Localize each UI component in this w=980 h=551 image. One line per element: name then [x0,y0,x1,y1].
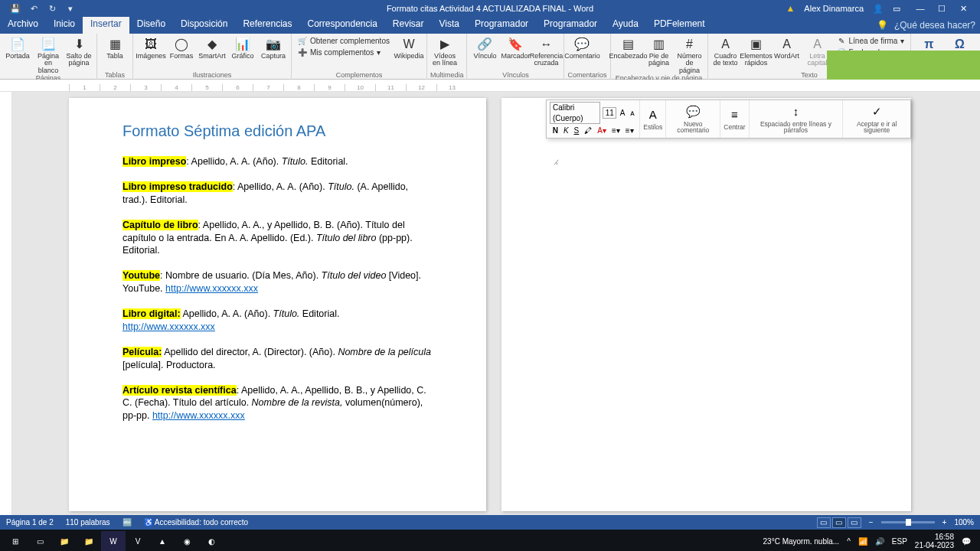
elementos-rapidos-button[interactable]: ▣Elementos rápidos [742,35,771,67]
spellcheck-icon[interactable]: 🔤 [122,518,132,527]
portada-button[interactable]: 📄Portada [3,35,32,60]
tab-correspondencia[interactable]: Correspondencia [299,17,384,34]
undo-button[interactable]: ↶ [24,0,43,17]
zoom-out-button[interactable]: − [869,518,874,527]
zoom-slider[interactable] [881,521,935,523]
captura-button[interactable]: 📷Captura [259,35,288,60]
videos-button[interactable]: ▶Vídeos en línea [430,35,459,67]
marcador-button[interactable]: 🔖Marcador [501,35,530,60]
citation-link[interactable]: http://www.xxxxxx.xxx [122,321,215,332]
taskbar-chrome[interactable]: ◉ [175,531,199,551]
bold-button[interactable]: N [551,126,560,136]
tab-referencias[interactable]: Referencias [235,17,299,34]
pie-pagina-button[interactable]: ▥Pie de página [645,35,674,67]
tab-diseno[interactable]: Diseño [129,17,173,34]
tell-me-input[interactable]: ¿Qué desea hacer? [894,20,975,31]
language-indicator[interactable]: ESP [892,537,907,546]
tab-inicio[interactable]: Inicio [46,17,83,34]
formas-button[interactable]: ◯Formas [167,35,196,60]
clock[interactable]: 16:5821-04-2023 [915,533,954,549]
qat-dropdown[interactable]: ▾ [61,0,80,17]
taskbar-app-1[interactable]: 📁 [52,531,77,551]
citation-link[interactable]: http://www.xxxxxx.xxx [165,283,258,294]
weather-widget[interactable]: 23°C Mayorm. nubla... [763,537,840,546]
tab-revisar[interactable]: Revisar [385,17,432,34]
save-button[interactable]: 💾 [6,0,24,17]
ribbon-options-icon[interactable]: ▭ [893,4,900,14]
mini-toolbar: Calibri (Cuerpo) 11 A ᴀ N K S 🖍 A▾ ≡▾ ≡▾… [546,99,911,139]
salto-pagina-button[interactable]: ⬇Salto de página [64,35,93,67]
simbolo-button[interactable]: Ω [945,35,974,52]
tab-vista[interactable]: Vista [432,17,467,34]
grafico-button[interactable]: 📊Gráfico [228,35,257,60]
tray-chevron-icon[interactable]: ^ [847,537,851,546]
font-size[interactable]: 11 [603,107,616,119]
citation-link[interactable]: http://www.xxxxxx.xxx [152,410,245,421]
wikipedia-button[interactable]: WWikipedia [394,35,423,60]
highlight-button[interactable]: 🖍 [583,126,593,136]
referencia-cruzada-button[interactable]: ↔Referencia cruzada [531,35,560,67]
taskbar-vlc[interactable]: ▲ [150,531,175,551]
print-layout-button[interactable]: ▭ [832,517,846,528]
numbering-button[interactable]: ≡▾ [624,126,635,136]
pagina-blanco-button[interactable]: 📃Página en blanco [34,35,63,74]
smartart-button[interactable]: ◆SmartArt [198,35,227,60]
comentario-button[interactable]: 💬Comentario [567,35,596,60]
italic-button[interactable]: K [562,126,570,136]
taskbar-app-4[interactable]: ◐ [199,531,224,551]
tabla-button[interactable]: ▦Tabla [100,35,129,60]
wordart-button[interactable]: AWordArt [773,35,802,60]
espaciado-button[interactable]: ↕Espaciado entre líneas y párrafos [750,100,844,138]
taskbar-app-2[interactable]: 📁 [77,531,101,551]
word-count[interactable]: 110 palabras [66,518,110,527]
redo-button[interactable]: ↻ [43,0,61,17]
mis-complementos-button[interactable]: ➕Mis complementos▾ [295,47,393,57]
minimize-button[interactable]: — [910,0,931,17]
cuadro-texto-button[interactable]: ACuadro de texto [711,35,740,67]
start-button[interactable]: ⊞ [3,531,28,551]
page-1[interactable]: Formato Séptima edición APA Libro impres… [69,98,486,511]
wordart-icon: A [779,37,795,52]
maximize-button[interactable]: ☐ [931,0,952,17]
avatar-icon[interactable]: 👤 [873,4,884,14]
tab-programador2[interactable]: Programador [536,17,605,34]
page-indicator[interactable]: Página 1 de 2 [6,518,54,527]
zoom-in-button[interactable]: + [942,518,947,527]
bullets-button[interactable]: ≡▾ [610,126,622,136]
close-button[interactable]: ✕ [952,0,974,17]
centrar-button[interactable]: ≡Centrar [720,100,749,138]
volume-icon[interactable]: 🔊 [875,537,884,546]
read-mode-button[interactable]: ▭ [817,517,831,528]
page-2[interactable]: Calibri (Cuerpo) 11 A ᴀ N K S 🖍 A▾ ≡▾ ≡▾… [501,98,911,511]
nuevo-comentario-button[interactable]: 💬Nuevo comentario [666,100,720,138]
aceptar-button[interactable]: ✓Aceptar e ir al siguiente [843,100,910,138]
taskbar-app-3[interactable]: V [126,531,150,551]
tab-archivo[interactable]: Archivo [0,17,46,34]
underline-button[interactable]: S [573,126,581,136]
horizontal-ruler[interactable]: 12345678910111213 [0,80,980,92]
notifications-icon[interactable]: 💬 [962,537,971,546]
a11y-status[interactable]: ♿ Accesibilidad: todo correcto [144,518,249,527]
shrink-font-button[interactable]: ᴀ [629,108,636,119]
task-view-button[interactable]: ▭ [28,531,52,551]
vinculo-button[interactable]: 🔗Vínculo [470,35,499,60]
tab-programador[interactable]: Programador [467,17,536,34]
vertical-ruler[interactable] [0,92,12,515]
grow-font-button[interactable]: A [619,108,627,119]
font-select[interactable]: Calibri (Cuerpo) [550,102,600,124]
network-icon[interactable]: 📶 [858,537,867,546]
estilos-button[interactable]: AEstilos [640,100,666,138]
tab-ayuda[interactable]: Ayuda [605,17,646,34]
tab-pdfelement[interactable]: PDFelement [646,17,713,34]
imagenes-button[interactable]: 🖼Imágenes [136,35,165,60]
font-color-button[interactable]: A▾ [596,126,608,136]
obtener-complementos-button[interactable]: 🛒Obtener complementos [295,35,393,46]
web-layout-button[interactable]: ▭ [848,517,861,528]
zoom-level[interactable]: 100% [954,518,974,527]
tab-insertar[interactable]: Insertar [83,17,129,34]
numero-pagina-button[interactable]: #Número de página [675,35,704,74]
tab-disposicion[interactable]: Disposición [173,17,235,34]
taskbar-word[interactable]: W [101,531,126,551]
encabezado-button[interactable]: ▤Encabezado [614,35,643,60]
linea-firma-button[interactable]: ✎Línea de firma▾ [834,35,908,46]
